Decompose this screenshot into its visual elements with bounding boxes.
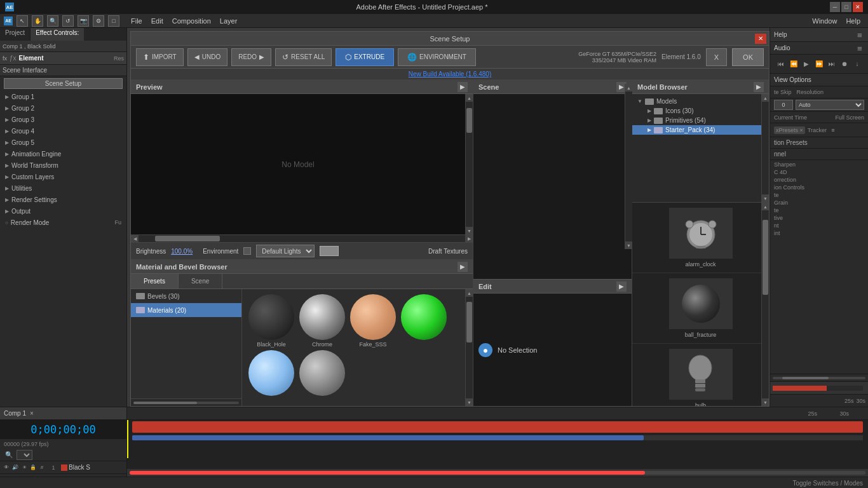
tool-rotate[interactable]: ↺: [62, 15, 74, 27]
mb-tree-scrollbar[interactable]: ▲ ▼: [761, 94, 769, 202]
menu-composition[interactable]: Composition: [168, 16, 215, 26]
tool-settings[interactable]: ⚙: [93, 15, 104, 27]
rp-expand[interactable]: ≡: [855, 30, 864, 39]
custom-layers-item[interactable]: ▶ Custom Layers: [0, 171, 126, 182]
tri-right-mb3: ▶: [648, 127, 651, 133]
mb-primitives-item[interactable]: ▶ Primitives (54): [632, 116, 761, 125]
effect-controls-tab[interactable]: Effect Controls:: [31, 28, 84, 41]
group3-item[interactable]: ▶ Group 3: [0, 114, 126, 125]
prev-first-btn[interactable]: ⏮: [776, 59, 786, 69]
x-button[interactable]: X: [706, 48, 727, 66]
layer-solo-icon[interactable]: ☀: [20, 464, 28, 471]
layer-eye-icon[interactable]: 👁: [3, 464, 10, 471]
scene-scrollbar[interactable]: ▲ ▼: [625, 84, 632, 249]
mat-tab-scene[interactable]: Scene: [179, 274, 222, 288]
mb-starter-pack-item[interactable]: ▶ Starter_Pack (34): [632, 125, 761, 135]
mat-item-chrome[interactable]: Chrome: [298, 294, 346, 348]
import-button[interactable]: ⬆ IMPORT: [136, 48, 184, 66]
mb-models-root[interactable]: ▼ Models: [632, 97, 761, 106]
world-transform-item[interactable]: ▶ World Transform: [0, 159, 126, 171]
audio-expand[interactable]: ≡: [855, 44, 864, 53]
environment-checkbox[interactable]: [243, 247, 251, 255]
utilities-item[interactable]: ▶ Utilities: [0, 182, 126, 194]
mb-expand-btn[interactable]: ▶: [754, 82, 764, 92]
tl-search-select[interactable]: [17, 450, 32, 460]
nt-label: nt: [774, 222, 864, 229]
tool-select[interactable]: ↖: [17, 15, 28, 27]
menu-edit[interactable]: Edit: [147, 16, 167, 26]
preview-scrollbar[interactable]: ▲ ▼: [465, 94, 473, 234]
color-swatch[interactable]: [320, 246, 339, 256]
mat-materials-item[interactable]: Materials (20): [131, 303, 241, 317]
tool-cam[interactable]: 📷: [78, 15, 89, 27]
tri-right-icon6: ▶: [5, 151, 9, 157]
mat-item-fake-sss[interactable]: Fake_SSS: [349, 294, 397, 348]
window-menu[interactable]: Window: [808, 16, 841, 26]
prev-prev-btn[interactable]: ⏪: [789, 59, 799, 69]
rp-scrollbar[interactable]: [770, 374, 868, 381]
menu-file[interactable]: File: [127, 16, 146, 26]
minimize-button[interactable]: ─: [830, 2, 840, 12]
render-settings-item[interactable]: ▶ Render Settings: [0, 194, 126, 205]
group4-item[interactable]: ▶ Group 4: [0, 125, 126, 137]
toggle-modes-label[interactable]: Toggle Switches / Modes: [792, 480, 863, 487]
tool-extra[interactable]: □: [108, 15, 119, 27]
mat-bevels-item[interactable]: Bevels (30): [131, 289, 241, 303]
mat-tab-presets[interactable]: Presets: [131, 274, 179, 288]
maximize-button[interactable]: □: [841, 2, 851, 12]
tool-zoom[interactable]: 🔍: [47, 15, 58, 27]
prev-ram-btn[interactable]: ↓: [852, 59, 862, 69]
tl-scrollbar[interactable]: [127, 469, 868, 477]
undo-button[interactable]: ◀ UNDO: [187, 48, 227, 66]
animation-engine-item[interactable]: ▶ Animation Engine: [0, 148, 126, 159]
help-menu[interactable]: Help: [842, 16, 864, 26]
skip-input[interactable]: [774, 100, 793, 110]
mb-thumb-scrollbar[interactable]: ▲ ▼: [761, 203, 769, 406]
group5-item[interactable]: ▶ Group 5: [0, 137, 126, 148]
mb-thumb-ball-fracture[interactable]: ball_fracture: [632, 273, 769, 344]
prev-next-btn[interactable]: ⏩: [814, 59, 824, 69]
mb-icons-item[interactable]: ▶ Icons (30): [632, 106, 761, 116]
edit-expand-btn[interactable]: ▶: [616, 281, 627, 292]
render-mode-item[interactable]: ○ Render Mode Fu: [0, 217, 126, 228]
output-item[interactable]: ▶ Output: [0, 205, 126, 217]
prev-play-btn[interactable]: ▶: [801, 59, 811, 69]
mat-item-black-hole[interactable]: Black_Hole: [247, 294, 295, 348]
layer-audio-icon[interactable]: 🔊: [11, 464, 19, 471]
mb-thumb-bulb[interactable]: bulb: [632, 344, 769, 406]
extrude-button[interactable]: ⬡ EXTRUDE: [336, 48, 394, 66]
layer-color-swatch[interactable]: [61, 464, 67, 471]
environment-button[interactable]: 🌐 ENVIRONMENT: [398, 48, 476, 66]
group1-item[interactable]: ▶ Group 1: [0, 91, 126, 102]
redo-button[interactable]: REDO ▶: [231, 48, 271, 66]
tool-hand[interactable]: ✋: [32, 15, 43, 27]
comp-tab-close[interactable]: ×: [30, 410, 34, 417]
tracker-menu[interactable]: ≡: [829, 126, 837, 134]
scene-setup-close-btn[interactable]: ✕: [755, 34, 766, 44]
lights-select[interactable]: Default Lights: [256, 245, 315, 257]
mat-sidebar-scrollbar[interactable]: [131, 398, 241, 406]
resolution-select[interactable]: Auto Full Half: [796, 100, 864, 110]
mat-expand-btn[interactable]: ▶: [458, 262, 468, 272]
project-tab[interactable]: Project: [0, 28, 31, 41]
preview-hscrollbar[interactable]: ◀ ▶: [131, 234, 473, 242]
group2-item[interactable]: ▶ Group 2: [0, 102, 126, 114]
prev-rec-btn[interactable]: ⏺: [839, 59, 850, 69]
prev-last-btn[interactable]: ⏭: [827, 59, 837, 69]
layer-lock-icon[interactable]: 🔒: [29, 464, 37, 471]
mb-thumb-alarm-clock[interactable]: alarm_clock: [632, 203, 769, 273]
mat-item-lightblue[interactable]: [247, 350, 295, 397]
menu-layer[interactable]: Layer: [216, 16, 241, 26]
reset-button[interactable]: ↺ RESET ALL: [275, 48, 332, 66]
ok-button[interactable]: OK: [732, 48, 764, 66]
fx-icon: fx: [3, 55, 7, 62]
preview-expand-btn[interactable]: ▶: [458, 82, 468, 92]
scene-setup-button[interactable]: Scene Setup: [4, 78, 123, 89]
mat-item-green[interactable]: [400, 294, 448, 348]
tl-search-btn[interactable]: 🔍: [3, 450, 15, 460]
mat-vscrollbar[interactable]: ▲ ▼: [465, 289, 473, 406]
new-build-link[interactable]: New Build Available (1.6.480): [409, 71, 491, 78]
brightness-value[interactable]: 100.0%: [171, 248, 193, 255]
mat-item-gray[interactable]: [298, 350, 346, 397]
close-button[interactable]: ✕: [853, 2, 863, 12]
